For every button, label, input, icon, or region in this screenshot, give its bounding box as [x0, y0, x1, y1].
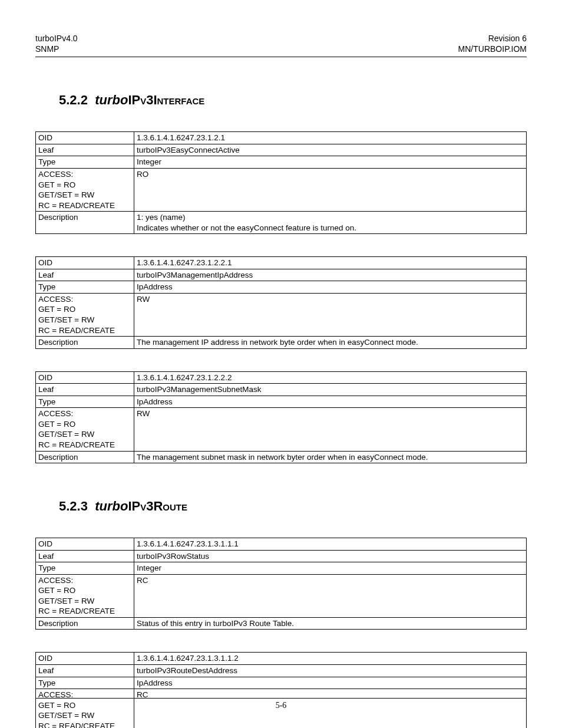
- row-value-oid: 1.3.6.1.4.1.6247.23.1.2.1: [134, 132, 527, 144]
- row-value-access: RC: [134, 574, 527, 617]
- footer-rule: [35, 698, 527, 699]
- table-row: ACCESS: GET = RO GET/SET = RW RC = READ/…: [36, 293, 527, 336]
- row-label-description: Description: [36, 212, 134, 234]
- row-label-type: Type: [36, 677, 134, 689]
- page-number: 5-6: [35, 701, 527, 710]
- row-label-access: ACCESS: GET = RO GET/SET = RW RC = READ/…: [36, 293, 134, 336]
- page: turboIPv4.0 SNMP Revision 6 MN/TURBOIP.I…: [0, 0, 562, 728]
- row-label-oid: OID: [36, 257, 134, 269]
- table-row: TypeIpAddress: [36, 677, 527, 689]
- row-label-leaf: Leaf: [36, 269, 134, 281]
- table-row: OID1.3.6.1.4.1.6247.23.1.2.2.1: [36, 257, 527, 269]
- table-row: ACCESS: GET = RO GET/SET = RW RC = READ/…: [36, 574, 527, 617]
- row-label-oid: OID: [36, 538, 134, 551]
- row-label-leaf: Leaf: [36, 384, 134, 396]
- row-value-oid: 1.3.6.1.4.1.6247.23.1.3.1.1.1: [134, 538, 527, 551]
- table-row: DescriptionThe management IP address in …: [36, 337, 527, 349]
- table-row: OID1.3.6.1.4.1.6247.23.1.2.2.2: [36, 371, 527, 384]
- row-label-type: Type: [36, 281, 134, 294]
- row-label-leaf: Leaf: [36, 550, 134, 562]
- row-value-oid: 1.3.6.1.4.1.6247.23.1.3.1.1.2: [134, 653, 527, 665]
- header-right-line-2: MN/TURBOIP.IOM: [458, 44, 527, 54]
- row-value-leaf: turboIPv3RouteDestAddress: [134, 664, 527, 677]
- row-value-description: The management subnet mask in network by…: [134, 451, 527, 463]
- row-label-description: Description: [36, 451, 134, 463]
- mib-table: OID1.3.6.1.4.1.6247.23.1.2.2.1LeafturboI…: [35, 256, 527, 348]
- row-label-type: Type: [36, 396, 134, 408]
- page-header: turboIPv4.0 SNMP Revision 6 MN/TURBOIP.I…: [35, 33, 527, 54]
- row-label-leaf: Leaf: [36, 144, 134, 156]
- header-left: turboIPv4.0 SNMP: [35, 33, 78, 54]
- table-row: OID1.3.6.1.4.1.6247.23.1.2.1: [36, 132, 527, 144]
- table-row: OID1.3.6.1.4.1.6247.23.1.3.1.1.2: [36, 653, 527, 665]
- header-left-line-2: SNMP: [35, 44, 78, 54]
- row-value-access: RW: [134, 408, 527, 451]
- row-label-oid: OID: [36, 132, 134, 144]
- table-row: LeafturboIPv3RouteDestAddress: [36, 664, 527, 677]
- table-row: ACCESS: GET = RO GET/SET = RW RC = READ/…: [36, 169, 527, 212]
- row-value-description: Status of this entry in turboIPv3 Route …: [134, 617, 527, 630]
- row-value-oid: 1.3.6.1.4.1.6247.23.1.2.2.2: [134, 371, 527, 384]
- row-value-leaf: turboIPv3EasyConnectActive: [134, 144, 527, 156]
- page-footer: 5-6: [35, 698, 527, 710]
- section-heading: 5.2.2 turboIPv3Interface: [59, 93, 527, 108]
- row-value-access: RW: [134, 293, 527, 336]
- row-value-leaf: turboIPv3RowStatus: [134, 550, 527, 562]
- row-label-access: ACCESS: GET = RO GET/SET = RW RC = READ/…: [36, 169, 134, 212]
- table-row: LeafturboIPv3RowStatus: [36, 550, 527, 562]
- row-label-description: Description: [36, 617, 134, 630]
- table-row: ACCESS: GET = RO GET/SET = RW RC = READ/…: [36, 408, 527, 451]
- mib-table: OID1.3.6.1.4.1.6247.23.1.3.1.1.1Leafturb…: [35, 538, 527, 630]
- header-right: Revision 6 MN/TURBOIP.IOM: [458, 33, 527, 54]
- table-row: TypeIpAddress: [36, 396, 527, 408]
- header-right-line-1: Revision 6: [458, 33, 527, 44]
- mib-table: OID1.3.6.1.4.1.6247.23.1.2.2.2LeafturboI…: [35, 371, 527, 463]
- header-left-line-1: turboIPv4.0: [35, 33, 78, 44]
- row-label-access: ACCESS: GET = RO GET/SET = RW RC = READ/…: [36, 408, 134, 451]
- row-value-leaf: turboIPv3ManagementIpAddress: [134, 269, 527, 281]
- header-rule: [35, 57, 527, 57]
- table-row: LeafturboIPv3ManagementSubnetMask: [36, 384, 527, 396]
- row-value-access: RO: [134, 169, 527, 212]
- row-label-type: Type: [36, 562, 134, 575]
- row-value-type: Integer: [134, 156, 527, 169]
- table-row: OID1.3.6.1.4.1.6247.23.1.3.1.1.1: [36, 538, 527, 551]
- mib-table: OID1.3.6.1.4.1.6247.23.1.2.1LeafturboIPv…: [35, 131, 527, 234]
- row-label-leaf: Leaf: [36, 664, 134, 677]
- table-row: DescriptionThe management subnet mask in…: [36, 451, 527, 463]
- table-row: Description1: yes (name) Indicates wheth…: [36, 212, 527, 234]
- row-value-type: IpAddress: [134, 281, 527, 294]
- row-label-oid: OID: [36, 653, 134, 665]
- row-label-description: Description: [36, 337, 134, 349]
- row-value-type: IpAddress: [134, 396, 527, 408]
- row-label-oid: OID: [36, 371, 134, 384]
- row-value-type: IpAddress: [134, 677, 527, 689]
- section-heading: 5.2.3 turboIPv3Route: [59, 499, 527, 514]
- row-value-description: 1: yes (name) Indicates whether or not t…: [134, 212, 527, 234]
- table-row: DescriptionStatus of this entry in turbo…: [36, 617, 527, 630]
- row-label-type: Type: [36, 156, 134, 169]
- row-value-type: Integer: [134, 562, 527, 575]
- table-row: TypeInteger: [36, 562, 527, 575]
- row-value-leaf: turboIPv3ManagementSubnetMask: [134, 384, 527, 396]
- table-row: LeafturboIPv3EasyConnectActive: [36, 144, 527, 156]
- table-row: LeafturboIPv3ManagementIpAddress: [36, 269, 527, 281]
- mib-table: OID1.3.6.1.4.1.6247.23.1.3.1.1.2Leafturb…: [35, 652, 527, 728]
- table-row: TypeIpAddress: [36, 281, 527, 294]
- table-row: TypeInteger: [36, 156, 527, 169]
- row-value-oid: 1.3.6.1.4.1.6247.23.1.2.2.1: [134, 257, 527, 269]
- row-label-access: ACCESS: GET = RO GET/SET = RW RC = READ/…: [36, 574, 134, 617]
- row-value-description: The management IP address in network byt…: [134, 337, 527, 349]
